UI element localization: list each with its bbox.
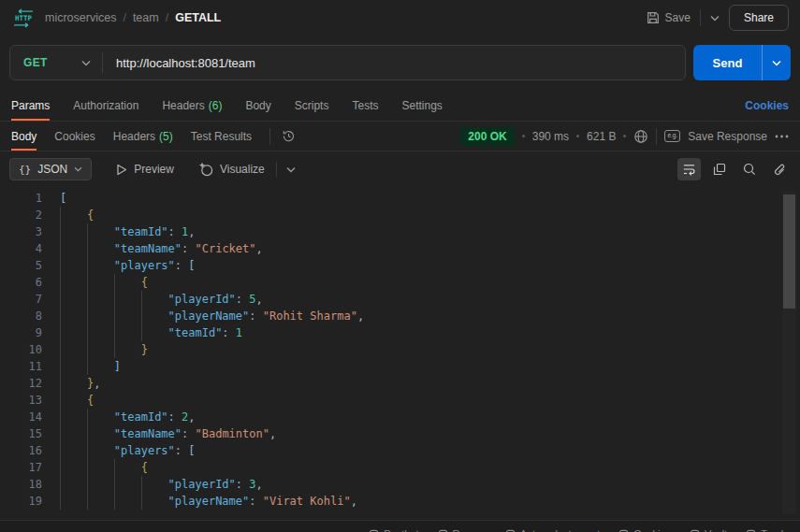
line-content: "players": [ xyxy=(42,257,196,274)
indent-guide xyxy=(141,493,168,510)
indent-guide xyxy=(60,409,87,425)
save-response-button[interactable]: Save Response xyxy=(688,130,767,143)
footer-cookies[interactable]: Cookies xyxy=(618,528,671,532)
header-actions: Save Share xyxy=(647,5,789,31)
indent-guide xyxy=(60,459,87,476)
save-button[interactable]: Save xyxy=(647,11,691,24)
indent-guide xyxy=(87,425,114,442)
request-tab-body[interactable]: Body xyxy=(245,90,270,121)
preview-button[interactable]: Preview xyxy=(116,163,174,176)
breadcrumb-request-name[interactable]: GETALL xyxy=(175,11,221,24)
preview-label: Preview xyxy=(134,163,174,176)
tab-label: Headers xyxy=(113,130,155,143)
format-label: JSON xyxy=(37,163,67,176)
save-label: Save xyxy=(665,11,691,24)
url-box: GET http://localhost:8081/team xyxy=(9,45,686,80)
footer-postbot[interactable]: Postbot xyxy=(369,528,418,532)
breadcrumb-collection[interactable]: microservices xyxy=(45,11,116,24)
indent-guide xyxy=(114,493,141,510)
method-selector[interactable]: GET xyxy=(10,56,81,69)
status-footer-bar: PostbotRunnerAuto-select agentCookiesVau… xyxy=(0,520,800,532)
status-badge[interactable]: 200 OK xyxy=(460,127,514,146)
line-number: 12 xyxy=(0,375,42,392)
breadcrumb-separator: / xyxy=(123,11,125,24)
breadcrumb: microservices / team / GETALL xyxy=(45,11,221,24)
response-tab-headers[interactable]: Headers(5) xyxy=(113,122,173,151)
request-tab-headers[interactable]: Headers(6) xyxy=(162,90,222,121)
response-body-editor[interactable]: 1[2{3"teamId": 1,4"teamName": "Cricket",… xyxy=(0,187,800,518)
indent-guide xyxy=(60,291,87,308)
indent-guide xyxy=(87,308,114,324)
copy-icon[interactable] xyxy=(707,158,731,180)
method-chevron-down-icon[interactable] xyxy=(81,60,91,66)
format-chevron-down-icon xyxy=(74,166,82,172)
response-tab-cookies[interactable]: Cookies xyxy=(54,122,95,151)
postman-window: HTTP microservices / team / GETALL Save xyxy=(0,0,800,532)
url-input[interactable]: http://localhost:8081/team xyxy=(103,56,255,70)
request-tab-authorization[interactable]: Authorization xyxy=(73,90,138,121)
footer-auto-select-agent[interactable]: Auto-select agent xyxy=(505,528,601,532)
cookies-link[interactable]: Cookies xyxy=(745,99,789,112)
indent-guide xyxy=(87,459,114,476)
tab-label: Headers xyxy=(162,99,204,112)
code-line-8: 8"playerName": "Rohit Sharma", xyxy=(0,308,800,324)
footer-item-label: Trash xyxy=(761,528,787,532)
footer-runner[interactable]: Runner xyxy=(438,528,487,532)
braces-icon: {} xyxy=(19,164,31,176)
response-history-icon[interactable] xyxy=(282,129,296,143)
visualize-button[interactable]: Visualize xyxy=(198,162,265,177)
line-content: "playerName": "Rohit Sharma", xyxy=(42,308,364,324)
link-icon[interactable] xyxy=(767,158,791,180)
response-more-options-icon[interactable] xyxy=(775,135,789,138)
code-line-3: 3"teamId": 1, xyxy=(0,223,800,240)
indent-guide xyxy=(60,358,87,375)
share-button[interactable]: Share xyxy=(729,5,789,31)
line-number: 2 xyxy=(0,207,42,223)
response-tab-test-results[interactable]: Test Results xyxy=(191,122,252,151)
code-line-10: 10} xyxy=(0,341,800,358)
format-selector[interactable]: {} JSON xyxy=(9,158,92,180)
tab-count-badge: (5) xyxy=(159,130,173,143)
footer-trash[interactable]: Trash xyxy=(746,528,787,532)
network-globe-icon[interactable] xyxy=(633,129,648,144)
scrollbar-track[interactable] xyxy=(782,191,796,514)
indent-guide xyxy=(60,392,87,409)
request-tab-tests[interactable]: Tests xyxy=(352,90,378,121)
send-options-chevron-down-icon[interactable] xyxy=(763,45,791,80)
send-button-group: Send xyxy=(693,45,791,80)
send-button[interactable]: Send xyxy=(693,45,762,80)
search-icon[interactable] xyxy=(737,158,761,180)
indent-guide xyxy=(87,274,114,291)
line-number: 19 xyxy=(0,493,42,510)
viewer-more-chevron-down-icon[interactable] xyxy=(286,166,296,173)
response-size[interactable]: 621 B xyxy=(587,130,616,143)
wrap-text-icon[interactable] xyxy=(677,158,701,180)
line-content: [ xyxy=(42,190,66,207)
scrollbar-thumb[interactable] xyxy=(783,194,795,309)
line-content: "teamName": "Cricket", xyxy=(42,240,263,257)
request-tab-params[interactable]: Params xyxy=(11,90,50,121)
breadcrumb-separator: / xyxy=(166,11,168,24)
indent-guide xyxy=(87,324,114,341)
save-options-chevron-down-icon[interactable] xyxy=(710,15,720,22)
line-content: "playerId": 5, xyxy=(42,291,263,308)
code-line-15: 15"teamName": "Badminton", xyxy=(0,425,800,442)
response-tab-body[interactable]: Body xyxy=(11,122,36,151)
line-number: 11 xyxy=(0,358,42,375)
indent-guide xyxy=(60,476,87,493)
dot-separator xyxy=(576,135,579,137)
request-tab-settings[interactable]: Settings xyxy=(401,90,442,121)
response-time[interactable]: 390 ms xyxy=(532,130,569,143)
breadcrumb-folder[interactable]: team xyxy=(133,11,159,24)
footer-vault[interactable]: Vault xyxy=(690,528,727,532)
code-line-14: 14"teamId": 2, xyxy=(0,409,800,425)
indent-guide xyxy=(87,223,114,240)
code-line-1: 1[ xyxy=(0,190,800,207)
indent-guide xyxy=(60,257,87,274)
response-tabs-list: BodyCookiesHeaders(5)Test Results xyxy=(11,122,269,151)
request-tab-scripts[interactable]: Scripts xyxy=(295,90,329,121)
tab-label: Settings xyxy=(401,99,442,112)
line-number: 5 xyxy=(0,257,42,274)
indent-guide xyxy=(114,308,141,324)
line-content: "players": [ xyxy=(42,442,196,459)
